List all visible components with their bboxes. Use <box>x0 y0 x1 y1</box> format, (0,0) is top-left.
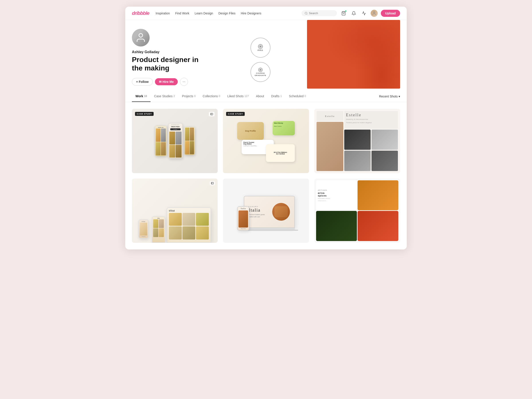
analytics-icon-btn[interactable] <box>361 10 367 17</box>
graduate-badge-label: GRADUATE <box>255 75 266 77</box>
shot-card-1[interactable]: CASE STUDY SPRING 2022 <box>132 109 218 173</box>
user-avatar-btn[interactable] <box>371 10 378 17</box>
profile-badges: PRO COURSE GRADUATE <box>243 29 278 86</box>
shots-grid: CASE STUDY SPRING 2022 <box>125 102 407 249</box>
recent-shots-dropdown[interactable]: Recent Shots ▾ <box>379 95 400 98</box>
tab-collections[interactable]: Collections 0 <box>199 91 224 102</box>
profile-actions: + Follow ✉ Hire Me ··· <box>132 78 243 86</box>
profile-name: Ashley Golladay <box>132 50 243 54</box>
tab-collections-label: Collections <box>203 94 218 98</box>
tab-scheduled-count: 0 <box>304 95 306 98</box>
follow-button[interactable]: + Follow <box>132 78 153 86</box>
tab-scheduled[interactable]: Scheduled 0 <box>285 91 310 102</box>
shot-card-6[interactable]: ARTISAN ariva spices FEATURED SPICES med… <box>314 179 400 243</box>
svg-point-7 <box>362 51 367 55</box>
user-avatar-image <box>371 10 378 17</box>
basketball-icon-course <box>258 67 263 72</box>
navbar-item-hire-designers[interactable]: Hire Designers <box>241 12 261 15</box>
tab-work-count: 10 <box>144 95 147 98</box>
hire-me-button[interactable]: ✉ Hire Me <box>155 78 177 85</box>
shot-card-4[interactable]: t/list Shopping t/list <box>132 179 218 243</box>
search-box[interactable] <box>301 10 337 16</box>
navbar-item-inspiration[interactable]: Inspiration <box>156 12 170 15</box>
pro-badge-label: PRO <box>258 49 263 51</box>
tab-case-studies-count: 2 <box>173 95 175 98</box>
shot-image-4: t/list Shopping t/list <box>132 179 218 243</box>
svg-point-6 <box>357 39 363 44</box>
course-graduate-badge: COURSE GRADUATE <box>250 62 270 82</box>
profile-left: Ashley Golladay Product designer in the … <box>132 29 243 86</box>
hero-image <box>307 20 400 89</box>
dribbble-logo[interactable]: dribbble <box>132 10 149 16</box>
profile-title-line1: Product designer in <box>132 56 198 64</box>
tab-scheduled-label: Scheduled <box>289 94 304 98</box>
upload-button[interactable]: Upload <box>381 10 400 17</box>
tab-work[interactable]: Work 10 <box>132 91 151 102</box>
shot-card-2[interactable]: CASE STUDY Dog Profile Want Money Meet C… <box>223 109 309 173</box>
tab-projects-label: Projects <box>182 94 193 98</box>
tab-liked-shots[interactable]: Liked Shots 127 <box>224 91 253 102</box>
chevron-down-icon: ▾ <box>399 95 400 98</box>
navbar-right: Upload <box>301 10 400 17</box>
search-icon <box>304 12 308 15</box>
navbar-item-find-work[interactable]: Find Work <box>175 12 189 15</box>
tab-drafts[interactable]: Drafts 1 <box>267 91 285 102</box>
course-badge-label: COURSE <box>256 72 265 75</box>
tab-about-label: About <box>256 94 264 98</box>
pro-badge: PRO <box>250 38 270 58</box>
shot-image-2: CASE STUDY Dog Profile Want Money Meet C… <box>223 109 309 173</box>
profile-title: Product designer in the making <box>132 55 243 72</box>
profile-section: Ashley Golladay Product designer in the … <box>125 20 407 86</box>
tab-about[interactable]: About <box>253 91 268 102</box>
search-input[interactable] <box>309 12 334 15</box>
bag-badge <box>345 10 347 12</box>
tab-projects[interactable]: Projects 0 <box>178 91 199 102</box>
tab-case-studies[interactable]: Case Studies 2 <box>151 91 178 102</box>
tab-drafts-count: 1 <box>280 95 282 98</box>
app-window: dribbble Inspiration Find Work Learn Des… <box>125 7 407 249</box>
tabs-list: Work 10 Case Studies 2 Projects 0 Collec… <box>132 91 310 102</box>
profile-title-line2: the making <box>132 64 169 72</box>
more-button[interactable]: ··· <box>180 78 188 86</box>
shot-image-1: CASE STUDY SPRING 2022 <box>132 109 218 173</box>
svg-point-8 <box>364 60 369 64</box>
basketball-icon-pro <box>258 44 263 49</box>
profile-hero-area <box>278 29 400 86</box>
shot-image-5: LUXURY Italia Premium leather goods craf… <box>223 179 309 243</box>
shot-image-6: ARTISAN ariva spices FEATURED SPICES med… <box>314 179 400 243</box>
bell-icon-btn[interactable] <box>350 10 357 17</box>
shot-card-3[interactable]: Estelle Estelle Jewelry & Accessories Ti… <box>314 109 400 173</box>
navbar-item-design-files[interactable]: Design Files <box>218 12 235 15</box>
tab-work-label: Work <box>135 94 143 98</box>
tab-liked-shots-label: Liked Shots <box>228 94 244 98</box>
tab-projects-count: 0 <box>194 95 196 98</box>
bell-icon <box>352 11 356 16</box>
svg-point-2 <box>373 12 375 13</box>
navbar-item-learn-design[interactable]: Learn Design <box>195 12 213 15</box>
tab-collections-count: 0 <box>219 95 220 98</box>
shot-card-5[interactable]: LUXURY Italia Premium leather goods craf… <box>223 179 309 243</box>
navbar: dribbble Inspiration Find Work Learn Des… <box>125 7 407 20</box>
navbar-links: Inspiration Find Work Learn Design Desig… <box>156 12 295 15</box>
recent-shots-label: Recent Shots <box>379 95 398 98</box>
analytics-icon <box>362 11 366 16</box>
bag-icon-btn[interactable] <box>340 10 347 17</box>
svg-point-0 <box>305 12 307 14</box>
tab-drafts-label: Drafts <box>271 94 279 98</box>
tab-liked-shots-count: 127 <box>245 95 249 98</box>
profile-avatar <box>132 29 150 47</box>
tab-case-studies-label: Case Studies <box>154 94 172 98</box>
profile-avatar-image <box>132 29 150 47</box>
tabs-section: Work 10 Case Studies 2 Projects 0 Collec… <box>125 91 407 102</box>
hero-branch-svg <box>307 20 400 89</box>
shot-image-3: Estelle Estelle Jewelry & Accessories Ti… <box>314 109 400 173</box>
svg-point-3 <box>139 33 143 37</box>
